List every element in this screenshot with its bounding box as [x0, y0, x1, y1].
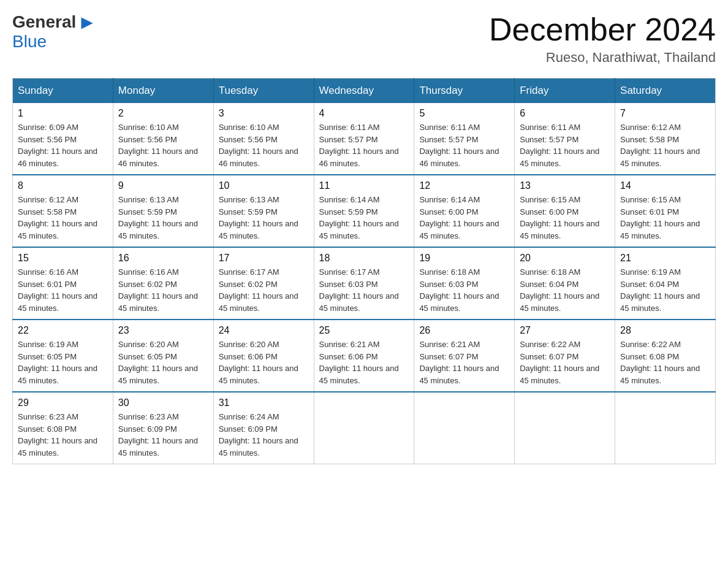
- day-info: Sunrise: 6:18 AM Sunset: 6:03 PM Dayligh…: [419, 266, 509, 314]
- sunset-text: Sunset: 5:57 PM: [419, 135, 478, 144]
- logo: General ► Blue: [12, 12, 98, 52]
- table-row: 28 Sunrise: 6:22 AM Sunset: 6:08 PM Dayl…: [615, 320, 716, 392]
- day-info: Sunrise: 6:14 AM Sunset: 6:00 PM Dayligh…: [419, 194, 509, 242]
- daylight-text: Daylight: 11 hours and 45 minutes.: [520, 291, 599, 313]
- day-info: Sunrise: 6:16 AM Sunset: 6:02 PM Dayligh…: [118, 266, 208, 314]
- day-number: 13: [520, 180, 610, 191]
- day-info: Sunrise: 6:11 AM Sunset: 5:57 PM Dayligh…: [520, 121, 610, 169]
- day-number: 10: [219, 180, 309, 191]
- sunrise-text: Sunrise: 6:21 AM: [419, 340, 480, 349]
- calendar-week-row: 29 Sunrise: 6:23 AM Sunset: 6:08 PM Dayl…: [13, 392, 716, 464]
- sunset-text: Sunset: 6:02 PM: [219, 280, 278, 289]
- sunset-text: Sunset: 6:09 PM: [219, 424, 278, 434]
- day-info: Sunrise: 6:09 AM Sunset: 5:56 PM Dayligh…: [18, 121, 108, 169]
- day-info: Sunrise: 6:19 AM Sunset: 6:05 PM Dayligh…: [18, 339, 108, 386]
- daylight-text: Daylight: 11 hours and 45 minutes.: [419, 219, 499, 240]
- sunset-text: Sunset: 6:04 PM: [520, 280, 578, 289]
- sunrise-text: Sunrise: 6:12 AM: [620, 123, 681, 132]
- sunrise-text: Sunrise: 6:09 AM: [18, 123, 78, 132]
- sunrise-text: Sunrise: 6:12 AM: [18, 195, 78, 204]
- day-info: Sunrise: 6:12 AM Sunset: 5:58 PM Dayligh…: [18, 194, 108, 242]
- daylight-text: Daylight: 11 hours and 45 minutes.: [319, 291, 399, 313]
- sunrise-text: Sunrise: 6:20 AM: [118, 340, 179, 349]
- daylight-text: Daylight: 11 hours and 46 minutes.: [18, 147, 97, 168]
- calendar-week-row: 15 Sunrise: 6:16 AM Sunset: 6:01 PM Dayl…: [13, 247, 716, 320]
- day-info: Sunrise: 6:23 AM Sunset: 6:09 PM Dayligh…: [118, 411, 208, 459]
- daylight-text: Daylight: 11 hours and 45 minutes.: [219, 364, 298, 385]
- logo-general-text: General: [12, 13, 76, 31]
- table-row: 19 Sunrise: 6:18 AM Sunset: 6:03 PM Dayl…: [414, 247, 515, 320]
- location-subtitle: Rueso, Narathiwat, Thailand: [489, 50, 716, 66]
- sunset-text: Sunset: 6:03 PM: [419, 280, 478, 289]
- day-number: 2: [118, 108, 208, 119]
- day-info: Sunrise: 6:18 AM Sunset: 6:04 PM Dayligh…: [520, 266, 610, 314]
- day-info: Sunrise: 6:22 AM Sunset: 6:07 PM Dayligh…: [520, 339, 610, 386]
- day-number: 8: [18, 180, 108, 191]
- daylight-text: Daylight: 11 hours and 45 minutes.: [520, 219, 599, 240]
- sunrise-text: Sunrise: 6:20 AM: [219, 340, 279, 349]
- table-row: [615, 392, 716, 464]
- logo-arrow-icon: ►: [77, 12, 97, 32]
- day-info: Sunrise: 6:15 AM Sunset: 6:00 PM Dayligh…: [520, 194, 610, 242]
- table-row: 1 Sunrise: 6:09 AM Sunset: 5:56 PM Dayli…: [13, 103, 113, 175]
- day-number: 24: [219, 325, 309, 336]
- day-number: 19: [419, 253, 509, 264]
- day-info: Sunrise: 6:11 AM Sunset: 5:57 PM Dayligh…: [419, 121, 509, 169]
- day-info: Sunrise: 6:10 AM Sunset: 5:56 PM Dayligh…: [118, 121, 208, 169]
- table-row: 12 Sunrise: 6:14 AM Sunset: 6:00 PM Dayl…: [414, 175, 515, 247]
- day-info: Sunrise: 6:10 AM Sunset: 5:56 PM Dayligh…: [219, 121, 309, 169]
- daylight-text: Daylight: 11 hours and 45 minutes.: [118, 364, 198, 385]
- daylight-text: Daylight: 11 hours and 45 minutes.: [219, 291, 298, 313]
- day-number: 31: [219, 397, 309, 408]
- day-number: 16: [118, 253, 208, 264]
- table-row: 21 Sunrise: 6:19 AM Sunset: 6:04 PM Dayl…: [615, 247, 716, 320]
- table-row: 14 Sunrise: 6:15 AM Sunset: 6:01 PM Dayl…: [615, 175, 716, 247]
- sunset-text: Sunset: 5:56 PM: [118, 135, 177, 144]
- sunset-text: Sunset: 5:59 PM: [118, 207, 177, 216]
- day-number: 4: [319, 108, 409, 119]
- day-number: 9: [118, 180, 208, 191]
- sunrise-text: Sunrise: 6:15 AM: [520, 195, 580, 204]
- sunset-text: Sunset: 6:00 PM: [419, 207, 478, 216]
- header-thursday: Thursday: [414, 79, 515, 104]
- sunset-text: Sunset: 6:09 PM: [118, 424, 177, 434]
- daylight-text: Daylight: 11 hours and 45 minutes.: [18, 436, 97, 458]
- daylight-text: Daylight: 11 hours and 45 minutes.: [219, 219, 298, 240]
- table-row: [515, 392, 615, 464]
- day-info: Sunrise: 6:13 AM Sunset: 5:59 PM Dayligh…: [219, 194, 309, 242]
- day-number: 7: [620, 108, 710, 119]
- day-info: Sunrise: 6:19 AM Sunset: 6:04 PM Dayligh…: [620, 266, 710, 314]
- table-row: 24 Sunrise: 6:20 AM Sunset: 6:06 PM Dayl…: [213, 320, 314, 392]
- calendar-table: Sunday Monday Tuesday Wednesday Thursday…: [12, 78, 716, 464]
- header-friday: Friday: [515, 79, 615, 104]
- day-info: Sunrise: 6:17 AM Sunset: 6:03 PM Dayligh…: [319, 266, 409, 314]
- day-number: 1: [18, 108, 108, 119]
- sunrise-text: Sunrise: 6:23 AM: [18, 412, 78, 421]
- daylight-text: Daylight: 11 hours and 45 minutes.: [118, 219, 198, 240]
- sunset-text: Sunset: 6:08 PM: [18, 424, 77, 434]
- sunset-text: Sunset: 5:57 PM: [319, 135, 378, 144]
- day-number: 22: [18, 325, 108, 336]
- sunset-text: Sunset: 5:57 PM: [520, 135, 578, 144]
- sunrise-text: Sunrise: 6:14 AM: [319, 195, 380, 204]
- sunrise-text: Sunrise: 6:17 AM: [319, 267, 380, 277]
- day-number: 5: [419, 108, 509, 119]
- sunrise-text: Sunrise: 6:16 AM: [18, 267, 78, 277]
- calendar-header-row: Sunday Monday Tuesday Wednesday Thursday…: [13, 79, 716, 104]
- day-info: Sunrise: 6:20 AM Sunset: 6:06 PM Dayligh…: [219, 339, 309, 386]
- daylight-text: Daylight: 11 hours and 45 minutes.: [319, 219, 399, 240]
- title-section: December 2024 Rueso, Narathiwat, Thailan…: [489, 12, 716, 66]
- header-sunday: Sunday: [13, 79, 113, 104]
- daylight-text: Daylight: 11 hours and 45 minutes.: [620, 219, 700, 240]
- table-row: 5 Sunrise: 6:11 AM Sunset: 5:57 PM Dayli…: [414, 103, 515, 175]
- table-row: 17 Sunrise: 6:17 AM Sunset: 6:02 PM Dayl…: [213, 247, 314, 320]
- sunrise-text: Sunrise: 6:17 AM: [219, 267, 279, 277]
- table-row: 10 Sunrise: 6:13 AM Sunset: 5:59 PM Dayl…: [213, 175, 314, 247]
- sunset-text: Sunset: 6:05 PM: [118, 352, 177, 361]
- sunrise-text: Sunrise: 6:24 AM: [219, 412, 279, 421]
- table-row: [314, 392, 414, 464]
- table-row: 29 Sunrise: 6:23 AM Sunset: 6:08 PM Dayl…: [13, 392, 113, 464]
- sunset-text: Sunset: 6:01 PM: [620, 207, 679, 216]
- page-header: General ► Blue December 2024 Rueso, Nara…: [12, 12, 716, 66]
- daylight-text: Daylight: 11 hours and 45 minutes.: [118, 291, 198, 313]
